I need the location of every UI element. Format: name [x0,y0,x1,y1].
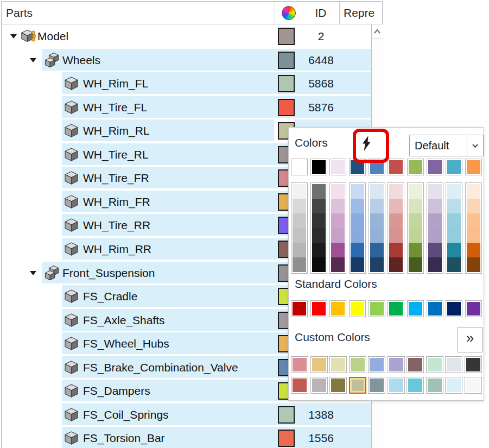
color-swatch[interactable] [465,377,482,394]
tree-row-wh-rim-fl[interactable]: WH_Rim_FL5868 [2,72,371,96]
color-swatch[interactable] [465,159,482,175]
color-swatch[interactable] [389,213,403,228]
color-swatch[interactable] [388,356,405,373]
color-swatch[interactable] [329,356,347,373]
color-swatch[interactable] [329,377,347,394]
color-swatch[interactable] [446,300,462,317]
color-swatch[interactable] [467,257,480,272]
color-swatch[interactable] [370,184,384,199]
color-swatch[interactable] [368,356,385,373]
color-swatch[interactable] [312,243,326,257]
color-swatch[interactable] [465,356,482,373]
color-swatch[interactable] [331,228,345,243]
expand-arrow-icon[interactable] [10,34,17,39]
color-swatch[interactable] [370,257,384,272]
chevron-down-icon[interactable] [467,135,483,156]
color-swatch[interactable] [447,228,461,243]
color-swatch[interactable] [370,243,384,257]
color-swatch[interactable] [331,213,345,228]
color-swatch[interactable] [310,300,327,317]
color-swatch[interactable] [427,300,443,317]
color-swatch[interactable] [351,213,364,228]
color-swatch[interactable] [293,199,306,213]
color-swatch[interactable] [428,199,442,213]
color-swatch[interactable] [409,199,422,213]
color-swatch[interactable] [329,300,346,317]
part-color-swatch[interactable] [278,75,295,92]
part-color-swatch[interactable] [278,99,295,116]
color-swatch[interactable] [446,159,462,175]
color-swatch[interactable] [291,159,308,175]
color-swatch[interactable] [389,257,403,272]
color-swatch[interactable] [409,213,422,228]
tree-row-model[interactable]: Model2 [2,24,371,48]
color-swatch[interactable] [351,199,364,213]
color-swatch[interactable] [388,159,404,175]
color-swatch[interactable] [447,257,461,272]
color-swatch[interactable] [388,300,404,317]
color-swatch[interactable] [351,184,364,199]
color-swatch[interactable] [447,243,461,257]
color-swatch[interactable] [426,356,443,373]
color-swatch[interactable] [445,377,462,394]
color-swatch[interactable] [291,300,308,317]
color-swatch[interactable] [407,159,424,175]
part-color-swatch[interactable] [278,52,295,69]
color-swatch[interactable] [351,257,364,272]
color-swatch[interactable] [428,257,442,272]
tree-row-fs-coil-springs[interactable]: FS_Coil_Springs1388 [2,403,371,427]
color-swatch[interactable] [293,213,306,228]
expand-arrow-icon[interactable] [30,58,36,62]
part-color-swatch[interactable] [278,28,295,45]
color-swatch[interactable] [312,213,326,228]
color-swatch[interactable] [467,199,480,213]
color-swatch[interactable] [331,257,345,272]
color-swatch[interactable] [293,184,306,199]
tree-row-fs-torsion-bar[interactable]: FS_Torsion_Bar1556 [2,426,371,448]
color-swatch[interactable] [467,228,480,243]
tree-row-wheels[interactable]: Wheels6448 [2,48,371,72]
color-swatch[interactable] [428,184,442,199]
color-swatch[interactable] [310,159,327,175]
color-swatch[interactable] [467,213,480,228]
color-swatch[interactable] [329,159,346,175]
color-swatch[interactable] [388,377,405,394]
selected-color-swatch[interactable] [349,377,366,394]
color-swatch[interactable] [428,243,442,257]
column-header-representation[interactable]: Repre [340,2,374,24]
color-swatch[interactable] [407,300,424,317]
color-swatch[interactable] [369,300,385,317]
color-swatch[interactable] [467,243,480,257]
more-colors-button[interactable]: » [458,327,482,352]
color-swatch[interactable] [312,199,326,213]
color-swatch[interactable] [409,257,422,272]
color-swatch[interactable] [447,213,461,228]
color-swatch[interactable] [445,356,462,373]
column-header-id[interactable]: ID [302,2,339,24]
color-swatch[interactable] [389,184,403,199]
color-swatch[interactable] [349,356,366,373]
color-swatch[interactable] [351,228,364,243]
column-header-color[interactable] [275,2,302,24]
color-swatch[interactable] [409,184,422,199]
color-swatch[interactable] [426,377,443,394]
part-color-swatch[interactable] [278,430,295,447]
color-swatch[interactable] [428,228,442,243]
color-swatch[interactable] [465,300,482,317]
color-swatch[interactable] [389,199,403,213]
color-swatch[interactable] [349,300,366,317]
color-swatch[interactable] [331,243,345,257]
color-swatch[interactable] [293,228,306,243]
color-swatch[interactable] [427,159,443,175]
color-swatch[interactable] [407,356,424,373]
color-swatch[interactable] [293,243,306,257]
expand-arrow-icon[interactable] [30,271,36,275]
color-swatch[interactable] [291,377,308,394]
color-swatch[interactable] [331,199,345,213]
color-swatch[interactable] [310,356,328,373]
color-swatch[interactable] [351,243,364,257]
color-swatch[interactable] [312,184,326,199]
color-scheme-dropdown[interactable]: Default [409,135,484,156]
color-swatch[interactable] [409,228,422,243]
scroll-up-button[interactable] [372,24,383,39]
